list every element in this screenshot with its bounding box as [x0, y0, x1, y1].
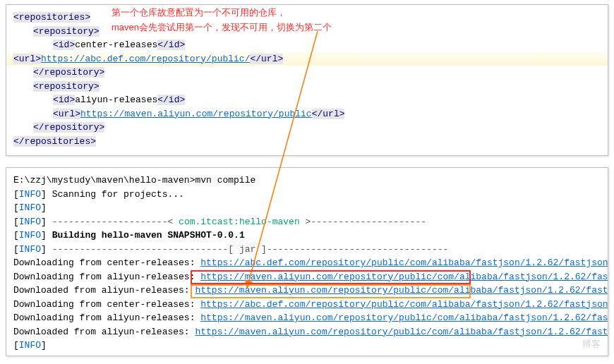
xml-line: <url>https://maven.aliyun.com/repository…: [13, 107, 601, 121]
xml-line: </repositories>: [13, 135, 601, 149]
term-line: [INFO] ---------------------< com.itcast…: [13, 215, 605, 229]
annotation-text: 第一个仓库故意配置为一个不可用的仓库， maven会先尝试用第一个，发现不可用，…: [112, 6, 332, 35]
text: Downloading from aliyun-releases:: [13, 313, 200, 323]
text: aliyun-releases: [75, 95, 157, 105]
artifact: com.itcast:hello-maven: [179, 217, 300, 227]
term-line: E:\zzj\mystudy\maven\hello-maven>mvn com…: [13, 174, 605, 188]
info-tag: INFO: [19, 202, 41, 213]
annotation-line: maven会先尝试用第一个，发现不可用，切换为第二个: [112, 20, 332, 35]
url-link[interactable]: https://abc.def.com/repository/public/: [41, 54, 250, 64]
url-link[interactable]: https://maven.aliyun.com/repository/publ…: [80, 109, 312, 119]
build-text: Building hello-maven SNAPSHOT-0.0.1: [52, 230, 245, 241]
xml-line: <id>center-releases</id>: [13, 38, 601, 52]
text: Downloading from aliyun-releases:: [13, 272, 200, 282]
text: Scanning for projects...: [52, 189, 184, 200]
term-line: Downloading from center-releases: https:…: [13, 298, 605, 312]
term-line: [INFO]: [13, 339, 605, 353]
text: Downloading from center-releases:: [13, 299, 200, 310]
info-tag: INFO: [19, 189, 41, 200]
tag: </id>: [157, 40, 185, 50]
download-url[interactable]: https://maven.aliyun.com/repository/publ…: [195, 285, 608, 296]
info-tag: INFO: [19, 340, 41, 351]
xml-line: </repository>: [13, 66, 601, 80]
download-url[interactable]: https://abc.def.com/repository/public/co…: [200, 257, 608, 268]
xml-line: </repository>: [13, 121, 601, 135]
term-line: [INFO] Scanning for projects...: [13, 188, 605, 202]
download-url[interactable]: https://maven.aliyun.com/repository/publ…: [200, 313, 608, 323]
tag: <url>: [53, 109, 80, 119]
term-line: Downloading from aliyun-releases: https:…: [13, 270, 605, 284]
tag: </repository>: [33, 122, 104, 133]
xml-line-highlighted: <url>https://abc.def.com/repository/publ…: [6, 52, 608, 66]
tag: </repositories>: [13, 136, 96, 147]
term-line: Downloading from aliyun-releases: https:…: [13, 311, 605, 325]
tag: <url>: [13, 54, 41, 64]
text: Downloaded from aliyun-releases:: [13, 327, 195, 337]
tag: <id>: [53, 95, 75, 105]
tag: <id>: [53, 40, 75, 50]
text: Downloading from center-releases:: [13, 257, 200, 268]
text: Downloaded from aliyun-releases:: [13, 285, 195, 296]
tag: <repositories>: [13, 12, 90, 23]
download-url[interactable]: https://maven.aliyun.com/repository/publ…: [195, 327, 608, 337]
sep: --------------------------------[ jar ]-…: [52, 244, 449, 255]
term-line: Downloaded from aliyun-releases: https:/…: [13, 284, 605, 298]
annotation-line: 第一个仓库故意配置为一个不可用的仓库，: [112, 6, 332, 20]
tag: <repository>: [33, 81, 100, 92]
sep: ---------------------<: [52, 217, 179, 227]
xml-line: <id>aliyun-releases</id>: [13, 93, 601, 107]
term-line: Downloaded from aliyun-releases: https:/…: [13, 325, 605, 339]
term-line: [INFO]: [13, 201, 605, 215]
text: center-releases: [75, 40, 157, 50]
tag: </url>: [250, 54, 283, 64]
download-url[interactable]: https://maven.aliyun.com/repository/publ…: [200, 272, 608, 282]
info-tag: INFO: [19, 230, 41, 241]
term-line: Downloading from center-releases: https:…: [13, 256, 605, 270]
download-url[interactable]: https://abc.def.com/repository/public/co…: [200, 299, 608, 310]
sep: >---------------------: [300, 217, 426, 227]
tag: <repository>: [33, 26, 100, 37]
term-line: [INFO] Building hello-maven SNAPSHOT-0.0…: [13, 229, 605, 243]
xml-line: <repository>: [13, 80, 601, 94]
info-tag: INFO: [19, 217, 41, 227]
term-line: [INFO] --------------------------------[…: [13, 243, 605, 257]
tag: </repository>: [33, 67, 104, 78]
info-tag: INFO: [19, 244, 41, 255]
tag: </url>: [312, 109, 345, 119]
terminal-pane: E:\zzj\mystudy\maven\hello-maven>mvn com…: [6, 167, 608, 356]
tag: </id>: [157, 95, 185, 105]
